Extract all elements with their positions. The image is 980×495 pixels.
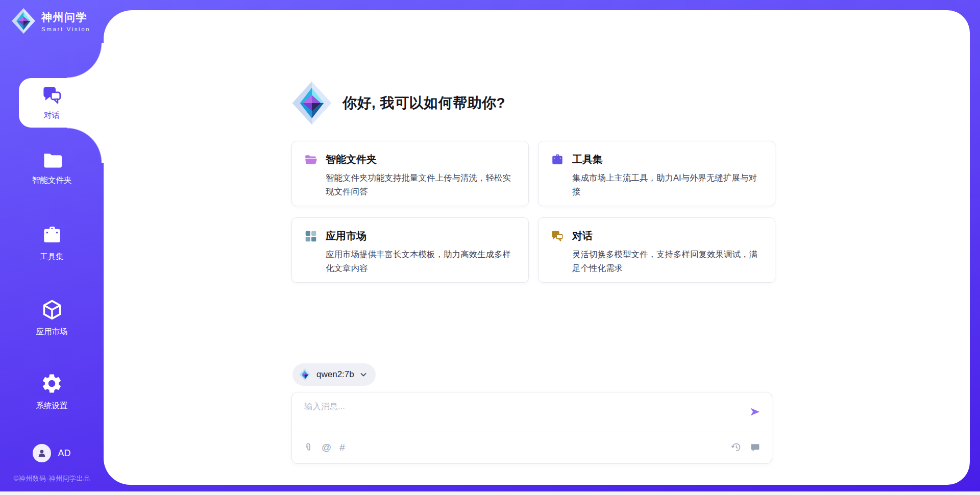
history-icon[interactable] — [731, 442, 742, 453]
card-body: 对话 灵活切换多模型文件，支持多样回复效果调试，满足个性化需求 — [572, 229, 760, 282]
chat-icon — [551, 229, 564, 282]
horizontal-scrollbar[interactable] — [0, 491, 980, 495]
model-name: qwen2:7b — [316, 369, 354, 380]
card-smart-folder[interactable]: 智能文件夹 智能文件夹功能支持批量文件上传与清洗，轻松实现文件问答 — [291, 141, 529, 206]
sidebar-item-toolset[interactable]: 工具集 — [0, 225, 104, 262]
sidebar-item-label: 系统设置 — [36, 401, 68, 411]
card-app-market[interactable]: 应用市场 应用市场提供丰富长文本模板，助力高效生成多样化文章内容 — [291, 217, 529, 283]
toolbox-icon — [41, 225, 63, 248]
user-account[interactable]: AD — [0, 444, 104, 462]
gear-icon — [40, 372, 63, 397]
brand-text: 神州问学 Smart Vision — [41, 10, 90, 32]
send-icon[interactable] — [748, 406, 762, 418]
card-description: 智能文件夹功能支持批量文件上传与清洗，轻松实现文件问答 — [326, 171, 513, 199]
composer-tools-left: @ # — [303, 442, 345, 453]
sidebar-footer: ©神州数码·神州问学出品 — [0, 474, 104, 483]
feature-cards: 智能文件夹 智能文件夹功能支持批量文件上传与清洗，轻松实现文件问答 工具集 集成… — [291, 141, 775, 283]
card-toolset[interactable]: 工具集 集成市场上主流工具，助力AI与外界无缝扩展与对接 — [538, 141, 775, 206]
card-description: 集成市场上主流工具，助力AI与外界无缝扩展与对接 — [572, 171, 760, 199]
greeting-block: 你好, 我可以如何帮助你? — [291, 81, 505, 126]
card-title: 对话 — [572, 229, 760, 243]
card-body: 工具集 集成市场上主流工具，助力AI与外界无缝扩展与对接 — [572, 153, 760, 206]
avatar — [33, 444, 51, 462]
message-input[interactable] — [292, 392, 772, 431]
grid-icon — [304, 229, 317, 282]
composer-tools-right — [731, 442, 761, 453]
sidebar-item-smart-folder[interactable]: 智能文件夹 — [0, 150, 104, 186]
brand-diamond-icon — [291, 81, 332, 126]
user-name: AD — [58, 448, 70, 459]
card-description: 应用市场提供丰富长文本模板，助力高效生成多样化文章内容 — [326, 247, 513, 275]
brand-logo: 神州问学 Smart Vision — [11, 8, 90, 34]
main-panel: 你好, 我可以如何帮助你? 智能文件夹 智能文件夹功能支持批量文件上传与清洗，轻… — [104, 10, 970, 485]
hash-icon[interactable]: # — [339, 442, 345, 452]
sidebar-item-chat[interactable]: 对话 — [0, 78, 104, 128]
toolbox-icon — [551, 153, 564, 206]
message-composer: @ # — [291, 392, 772, 464]
brand-diamond-icon — [299, 368, 311, 381]
folder-icon — [41, 150, 63, 171]
chevron-down-icon — [359, 370, 368, 379]
card-title: 工具集 — [572, 153, 760, 166]
brand-diamond-icon — [11, 8, 36, 34]
model-selector[interactable]: qwen2:7b — [292, 363, 376, 386]
sidebar-item-label: 智能文件夹 — [32, 175, 72, 186]
card-chat[interactable]: 对话 灵活切换多模型文件，支持多样回复效果调试，满足个性化需求 — [538, 217, 775, 283]
mention-icon[interactable]: @ — [322, 442, 331, 452]
sidebar-item-settings[interactable]: 系统设置 — [0, 372, 104, 411]
chat-icon — [41, 85, 63, 108]
brand-subtitle: Smart Vision — [41, 26, 90, 32]
sidebar-item-label: 应用市场 — [36, 327, 68, 337]
card-title: 应用市场 — [326, 229, 513, 243]
folder-open-icon — [304, 153, 317, 206]
card-body: 智能文件夹 智能文件夹功能支持批量文件上传与清洗，轻松实现文件问答 — [326, 153, 513, 206]
sidebar-item-label: 对话 — [44, 110, 60, 121]
app-window: 你好, 我可以如何帮助你? 智能文件夹 智能文件夹功能支持批量文件上传与清洗，轻… — [0, 0, 980, 495]
card-body: 应用市场 应用市场提供丰富长文本模板，助力高效生成多样化文章内容 — [326, 229, 513, 282]
sidebar-item-label: 工具集 — [40, 252, 64, 262]
tab-fillet-top — [67, 43, 105, 78]
sidebar-item-app-market[interactable]: 应用市场 — [0, 299, 104, 337]
composer-toolbar: @ # — [292, 431, 772, 463]
cube-icon — [41, 299, 63, 323]
attachment-icon[interactable] — [303, 442, 313, 453]
user-icon — [36, 448, 47, 459]
greeting-title: 你好, 我可以如何帮助你? — [342, 93, 505, 113]
card-title: 智能文件夹 — [326, 153, 513, 166]
card-description: 灵活切换多模型文件，支持多样回复效果调试，满足个性化需求 — [572, 247, 760, 275]
feedback-chat-icon[interactable] — [750, 442, 761, 453]
brand-name: 神州问学 — [41, 10, 90, 24]
